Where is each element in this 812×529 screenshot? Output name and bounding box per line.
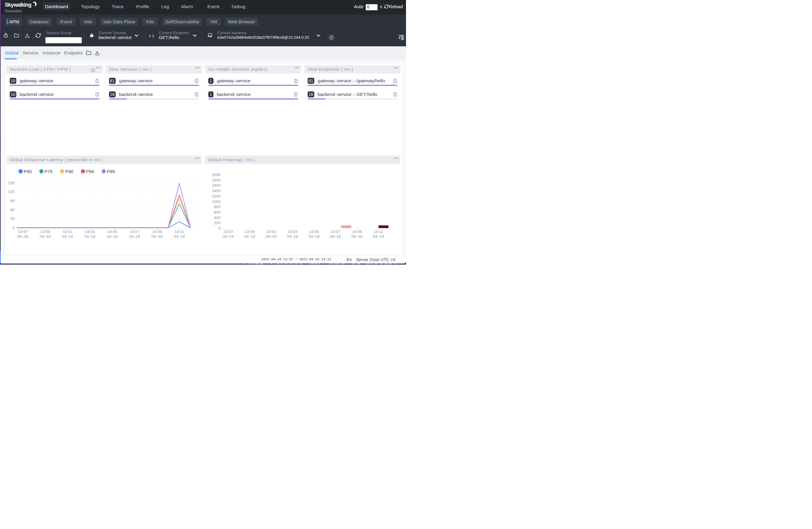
svg-text:04–19: 04–19 xyxy=(174,234,185,239)
svg-text:04–19: 04–19 xyxy=(129,234,140,239)
svg-text:04–19: 04–19 xyxy=(351,234,362,239)
svg-text:14:05: 14:05 xyxy=(107,230,117,234)
svg-text:200: 200 xyxy=(214,221,221,225)
svg-text:04–19: 04–19 xyxy=(17,234,28,239)
svg-text:14:07: 14:07 xyxy=(130,230,140,234)
svg-text:04–19: 04–19 xyxy=(107,234,118,239)
svg-text:400: 400 xyxy=(214,216,221,220)
svg-text:04–19: 04–19 xyxy=(85,234,96,239)
svg-text:14:01: 14:01 xyxy=(266,230,276,234)
svg-text:13:59: 13:59 xyxy=(245,230,255,234)
svg-text:14:09: 14:09 xyxy=(352,230,362,234)
svg-text:04–19: 04–19 xyxy=(287,234,298,239)
svg-text:30: 30 xyxy=(10,216,15,221)
svg-text:1600: 1600 xyxy=(212,183,220,188)
svg-text:1000: 1000 xyxy=(212,200,220,204)
svg-text:60: 60 xyxy=(10,208,15,212)
svg-text:14:03: 14:03 xyxy=(288,230,298,234)
svg-text:14:11: 14:11 xyxy=(374,230,383,234)
svg-text:04–19: 04–19 xyxy=(265,234,276,239)
svg-text:04–19: 04–19 xyxy=(62,234,73,239)
svg-text:13:59: 13:59 xyxy=(40,230,50,234)
svg-text:1400: 1400 xyxy=(212,189,220,193)
svg-text:04–19: 04–19 xyxy=(308,234,319,239)
svg-text:90: 90 xyxy=(10,199,15,203)
svg-text:14:05: 14:05 xyxy=(309,230,319,234)
svg-text:13:57: 13:57 xyxy=(223,230,233,234)
svg-text:14:01: 14:01 xyxy=(63,230,73,234)
svg-text:14:09: 14:09 xyxy=(152,230,162,234)
svg-text:13:57: 13:57 xyxy=(18,230,28,234)
svg-text:14:07: 14:07 xyxy=(331,230,340,234)
svg-text:0: 0 xyxy=(12,225,15,230)
svg-text:120: 120 xyxy=(8,189,15,194)
svg-text:04–19: 04–19 xyxy=(222,234,233,239)
svg-text:04–19: 04–19 xyxy=(330,234,341,239)
svg-text:1200: 1200 xyxy=(212,194,220,199)
svg-text:04–19: 04–19 xyxy=(373,234,384,239)
svg-text:04–19: 04–19 xyxy=(151,234,162,239)
svg-text:14:03: 14:03 xyxy=(85,230,95,234)
svg-text:04–19: 04–19 xyxy=(40,234,50,239)
svg-text:04–19: 04–19 xyxy=(244,234,255,239)
svg-text:150: 150 xyxy=(8,181,15,185)
svg-text:800: 800 xyxy=(214,205,221,209)
svg-text:2000: 2000 xyxy=(212,173,220,177)
svg-text:0: 0 xyxy=(218,226,220,231)
svg-text:600: 600 xyxy=(214,210,221,215)
svg-text:14:11: 14:11 xyxy=(175,230,184,234)
svg-text:1800: 1800 xyxy=(212,178,220,182)
